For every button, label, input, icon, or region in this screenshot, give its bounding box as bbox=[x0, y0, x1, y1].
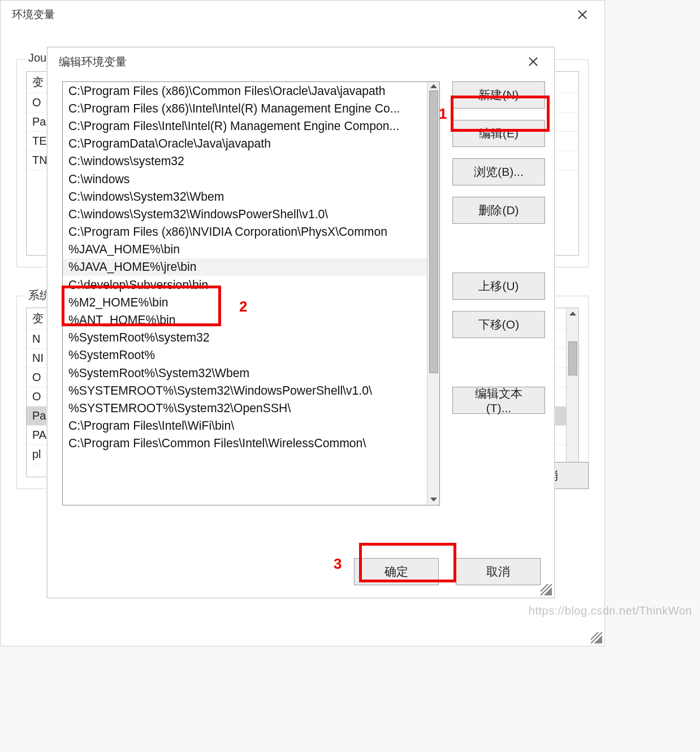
list-item[interactable]: C:\windows\System32\Wbem bbox=[63, 188, 427, 205]
list-item[interactable]: C:\ProgramData\Oracle\Java\javapath bbox=[63, 135, 427, 153]
list-item[interactable]: %SystemRoot% bbox=[63, 347, 427, 364]
list-item[interactable]: C:\windows\system32 bbox=[63, 153, 427, 170]
scrollbar-thumb[interactable] bbox=[429, 90, 438, 373]
close-icon bbox=[528, 56, 539, 67]
list-item[interactable]: %SYSTEMROOT%\System32\OpenSSH\ bbox=[63, 399, 427, 417]
edit-env-var-dialog: 编辑环境变量 C:\Program Files (x86)\Common Fil… bbox=[47, 47, 555, 598]
scrollbar[interactable] bbox=[566, 308, 578, 477]
list-item[interactable]: %SystemRoot%\System32\Wbem bbox=[63, 364, 427, 382]
list-item[interactable]: %SYSTEMROOT%\System32\WindowsPowerShell\… bbox=[63, 382, 427, 399]
list-item[interactable]: C:\Program Files (x86)\Common Files\Orac… bbox=[63, 82, 427, 100]
move-down-button[interactable]: 下移(O) bbox=[452, 311, 545, 338]
browse-button[interactable]: 浏览(B)... bbox=[452, 158, 545, 185]
resize-grip-icon[interactable] bbox=[591, 632, 602, 643]
close-icon bbox=[577, 9, 588, 20]
scroll-down-icon bbox=[430, 498, 437, 502]
list-item[interactable]: C:\develop\Subversion\bin bbox=[63, 276, 427, 293]
edit-text-button[interactable]: 编辑文本(T)... bbox=[452, 387, 545, 414]
close-button[interactable] bbox=[568, 1, 597, 29]
edit-env-var-titlebar: 编辑环境变量 bbox=[47, 47, 554, 76]
new-button[interactable]: 新建(N) bbox=[452, 81, 545, 109]
list-item[interactable]: %JAVA_HOME%\jre\bin bbox=[63, 258, 427, 276]
list-item[interactable]: %JAVA_HOME%\bin bbox=[63, 241, 427, 258]
scrollbar-thumb[interactable] bbox=[568, 342, 577, 375]
move-up-button[interactable]: 上移(U) bbox=[452, 273, 545, 300]
scroll-up-icon bbox=[569, 312, 576, 316]
path-list[interactable]: C:\Program Files (x86)\Common Files\Orac… bbox=[62, 81, 440, 505]
list-item[interactable]: C:\windows bbox=[63, 170, 427, 188]
resize-grip-icon[interactable] bbox=[541, 584, 552, 595]
cancel-button[interactable]: 取消 bbox=[456, 558, 541, 585]
list-item[interactable]: C:\windows\System32\WindowsPowerShell\v1… bbox=[63, 205, 427, 223]
list-item[interactable]: C:\Program Files\Intel\WiFi\bin\ bbox=[63, 417, 427, 435]
edit-button[interactable]: 编辑(E) bbox=[452, 120, 545, 147]
env-vars-titlebar: 环境变量 bbox=[1, 1, 604, 29]
close-button[interactable] bbox=[519, 47, 547, 76]
list-item[interactable]: C:\Program Files\Common Files\Intel\Wire… bbox=[63, 435, 427, 452]
list-item[interactable]: C:\Program Files\Intel\Intel(R) Manageme… bbox=[63, 117, 427, 135]
list-item[interactable]: C:\Program Files (x86)\Intel\Intel(R) Ma… bbox=[63, 100, 427, 117]
list-item[interactable]: C:\Program Files (x86)\NVIDIA Corporatio… bbox=[63, 223, 427, 241]
annotation-label-2: 2 bbox=[239, 298, 247, 316]
watermark: https://blog.csdn.net/ThinkWon bbox=[529, 604, 692, 617]
scrollbar[interactable] bbox=[427, 82, 439, 505]
delete-button[interactable]: 删除(D) bbox=[452, 197, 545, 224]
annotation-label-3: 3 bbox=[334, 555, 342, 573]
edit-env-var-title: 编辑环境变量 bbox=[59, 54, 127, 70]
ok-button[interactable]: 确定 bbox=[354, 558, 439, 585]
list-item[interactable]: %SystemRoot%\system32 bbox=[63, 329, 427, 347]
annotation-label-1: 1 bbox=[439, 105, 447, 123]
scroll-up-icon bbox=[430, 84, 437, 88]
env-vars-title: 环境变量 bbox=[12, 7, 55, 22]
